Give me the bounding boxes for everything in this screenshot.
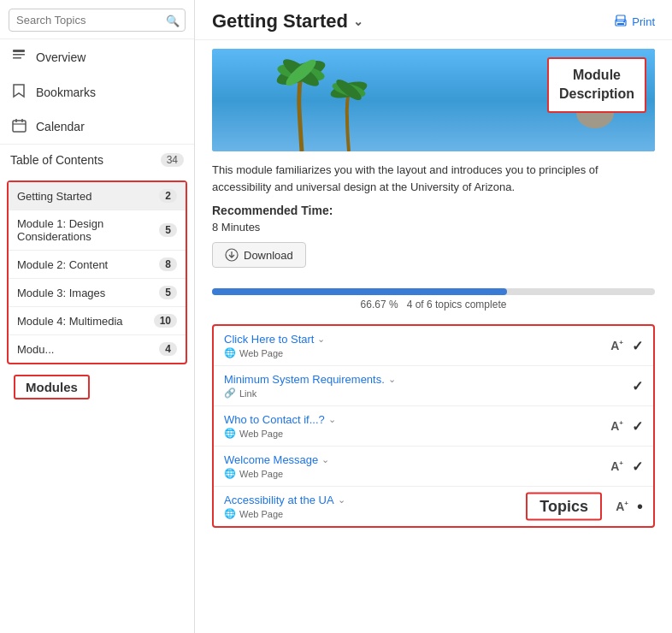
incomplete-dot-icon: • [637,498,643,515]
module-name-module1: Module 1: Design Considerations [17,217,159,243]
globe-icon: 🌐 [224,468,236,479]
title-chevron-down-icon[interactable]: ⌄ [353,15,363,28]
globe-icon: 🌐 [224,347,236,358]
svg-rect-3 [13,121,26,132]
topic-title: Who to Contact if...? ⌄ [224,413,610,426]
module-item-module5[interactable]: Modu... 4 [9,335,186,363]
table-row: Click Here to Start ⌄ 🌐 Web Page A+ ✓ [214,326,653,366]
topic-subtitle: 🌐 Web Page [224,468,610,479]
download-button[interactable]: Download [212,242,306,268]
sidebar-item-calendar[interactable]: Calendar [0,109,194,144]
hero-image-inner: ModuleDescription [212,49,655,151]
topic-title: Click Here to Start ⌄ [224,333,610,346]
font-resize-icon[interactable]: A+ [610,339,623,352]
search-bar: 🔍 [0,0,194,39]
module-name-module5: Modu... [17,343,159,356]
font-resize-icon[interactable]: A+ [610,459,623,473]
table-row: Accessibility at the UA ⌄ 🌐 Web Page A+ … [214,487,653,526]
hero-image: ModuleDescription [212,49,655,151]
progress-bar-wrap [212,288,655,295]
sidebar-item-bookmarks[interactable]: Bookmarks [0,74,194,109]
overview-icon [10,48,27,66]
main-header: Getting Started ⌄ Print [195,0,672,40]
topic-actions: ✓ [632,378,643,394]
module-item-module3[interactable]: Module 3: Images 5 [9,279,186,307]
completion-check-icon: ✓ [632,458,643,475]
sidebar-item-overview[interactable]: Overview [0,39,194,74]
content-area: This module familiarizes you with the la… [195,151,672,288]
time-value: 8 Minutes [212,221,655,234]
module-count-module5: 4 [159,342,177,356]
module-item-getting-started[interactable]: Getting Started 2 [9,182,186,210]
toc-label: Table of Contents [10,153,103,167]
module-name-module2: Module 2: Content [17,258,159,271]
font-resize-icon[interactable]: A+ [610,419,623,433]
topic-link-click-here[interactable]: Click Here to Start [224,333,314,346]
link-icon: 🔗 [224,387,236,399]
toc-count: 34 [161,153,184,167]
globe-icon: 🌐 [224,508,236,519]
table-row: Minimum System Requirements. ⌄ 🔗 Link ✓ [214,366,653,406]
svg-rect-0 [13,50,25,52]
topic-link-min-sys[interactable]: Minimum System Requirements. [224,373,385,386]
module-item-module2[interactable]: Module 2: Content 8 [9,251,186,279]
recommended-time-label: Recommended Time: [212,204,655,217]
topic-link-who-contact[interactable]: Who to Contact if...? [224,413,325,426]
completion-check-icon: ✓ [632,418,643,435]
topic-chevron-down-icon[interactable]: ⌄ [321,454,329,465]
topic-left: Welcome Message ⌄ 🌐 Web Page [224,453,610,479]
topic-chevron-down-icon[interactable]: ⌄ [317,334,325,345]
sidebar: 🔍 Overview Bookmarks [0,0,195,633]
module-name-getting-started: Getting Started [17,190,159,203]
svg-rect-1 [13,54,25,56]
table-row: Welcome Message ⌄ 🌐 Web Page A+ ✓ [214,447,653,487]
progress-section: 66.67 % 4 of 6 topics complete [195,288,672,317]
search-icon: 🔍 [166,14,180,27]
progress-bar-fill [212,288,507,295]
globe-icon: 🌐 [224,428,236,439]
description-text: This module familiarizes you with the la… [212,162,655,195]
module-count-module1: 5 [159,223,177,237]
svg-rect-2 [13,57,21,59]
topic-chevron-down-icon[interactable]: ⌄ [328,414,336,425]
module-item-module1[interactable]: Module 1: Design Considerations 5 [9,210,186,251]
topic-title: Minimum System Requirements. ⌄ [224,373,632,386]
print-button[interactable]: Print [614,15,655,28]
module-count-module3: 5 [159,286,177,299]
font-resize-icon[interactable]: A+ [616,500,628,513]
module-item-module4[interactable]: Module 4: Multimedia 10 [9,307,186,335]
svg-rect-7 [616,15,625,21]
completion-check-icon: ✓ [632,338,643,354]
svg-point-10 [623,21,625,23]
toc-row[interactable]: Table of Contents 34 [0,144,194,175]
topic-link-welcome[interactable]: Welcome Message [224,453,318,466]
palm-tree-2-svg [323,74,374,151]
topics-section: Click Here to Start ⌄ 🌐 Web Page A+ ✓ Mi… [212,324,655,528]
module-count-module4: 10 [154,314,177,328]
module-count-getting-started: 2 [159,189,177,203]
topic-left: Minimum System Requirements. ⌄ 🔗 Link [224,373,632,399]
bookmark-icon [10,83,27,101]
topic-subtitle: 🌐 Web Page [224,428,610,439]
page-title: Getting Started ⌄ [212,10,363,33]
topic-chevron-down-icon[interactable]: ⌄ [388,374,396,385]
modules-label: Modules [14,375,90,399]
module-description-label: ModuleDescription [559,68,634,101]
topic-chevron-down-icon[interactable]: ⌄ [338,494,345,506]
topic-actions: A+ ✓ [610,418,643,435]
main-content: Getting Started ⌄ Print [195,0,672,633]
topic-actions: A+ • [616,498,643,515]
topic-subtitle: 🌐 Web Page [224,347,610,358]
topic-left: Who to Contact if...? ⌄ 🌐 Web Page [224,413,610,439]
calendar-icon [10,118,27,135]
print-icon [614,15,628,28]
topic-link-accessibility[interactable]: Accessibility at the UA [224,494,334,506]
module-description-badge: ModuleDescription [547,57,646,113]
topics-label: Topics [526,493,602,521]
topic-actions: A+ ✓ [610,338,643,354]
module-count-module2: 8 [159,257,177,271]
topic-title: Welcome Message ⌄ [224,453,610,466]
sidebar-item-bookmarks-label: Bookmarks [36,86,96,99]
table-row: Who to Contact if...? ⌄ 🌐 Web Page A+ ✓ [214,406,653,447]
search-input[interactable] [9,9,186,32]
